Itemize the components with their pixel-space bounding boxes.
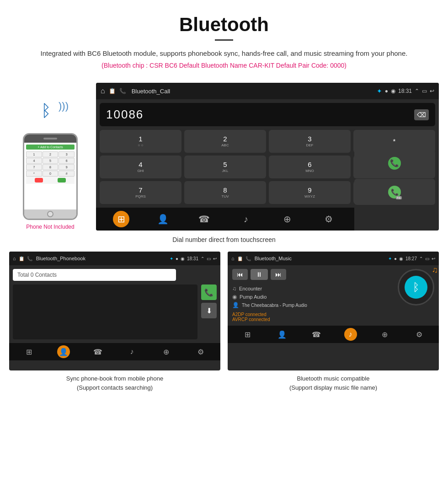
phone-key-8[interactable]: 8 <box>43 164 59 170</box>
phone-home-button[interactable] <box>24 209 76 219</box>
car-screen-bar: ⌂ 📋 📞 Bluetooth_Call ✦ ● ◉ 18:31 ⌃ ▭ ↩ <box>96 83 439 99</box>
mu-expand-icon[interactable]: ⌃ <box>419 256 423 261</box>
play-pause-button[interactable]: ⏸ <box>251 269 268 280</box>
dialpad-bottom-button[interactable]: ⊞ <box>113 211 129 227</box>
phone-key-6[interactable]: 6 <box>59 158 75 164</box>
backspace-button[interactable]: ⌫ <box>414 109 429 120</box>
mu-window-icon[interactable]: ▭ <box>425 256 429 261</box>
pb-link-button[interactable]: ⊕ <box>160 345 173 358</box>
pb-call-icon: 📞 <box>27 256 32 261</box>
phone-speaker <box>43 138 57 140</box>
phone-end-button[interactable] <box>35 178 43 182</box>
back-icon[interactable]: ↩ <box>430 88 434 94</box>
pb-notification-icon: 📋 <box>19 256 24 261</box>
mu-settings-button[interactable]: ⚙ <box>413 328 426 341</box>
dial-key-8[interactable]: 8TUV <box>184 181 266 204</box>
phone-call-button[interactable] <box>58 178 66 182</box>
mu-status-bar: ✦ ● ◉ 18:27 ⌃ ▭ ↩ <box>388 256 435 261</box>
phonebook-screen: ⌂ 📋 📞 Bluetooth_Phonebook ✦ ● ◉ 18:31 ⌃ … <box>9 252 220 370</box>
redial-button[interactable]: 📞 RE <box>354 179 436 205</box>
redial-icon: 📞 RE <box>388 186 401 199</box>
track-item-3: 👤 The Cheebacabra - Pump Audio <box>232 301 394 309</box>
pb-window-icon[interactable]: ▭ <box>207 256 211 261</box>
main-car-screen: ⌂ 📋 📞 Bluetooth_Call ✦ ● ◉ 18:31 ⌃ ▭ ↩ 1… <box>96 83 439 231</box>
mu-handsfree-button[interactable]: ☎ <box>310 328 323 341</box>
track-item-2: ◉ Pump Audio <box>232 293 394 301</box>
disc-inner: ᛒ <box>405 276 427 299</box>
mu-link-button[interactable]: ⊕ <box>379 328 391 341</box>
subtitle-text: Integrated with BC6 Bluetooth module, su… <box>27 48 421 59</box>
pb-contacts-button[interactable]: 👤 <box>57 345 70 358</box>
dial-key-7[interactable]: 7PQRS <box>100 181 181 204</box>
phone-home-circle <box>47 211 53 217</box>
phone-bottom-buttons <box>26 177 75 184</box>
mu-music-button[interactable]: ♪ <box>344 328 357 341</box>
contacts-list-area <box>13 284 197 339</box>
pb-status-bar: ✦ ● ◉ 18:31 ⌃ ▭ ↩ <box>170 256 217 261</box>
music-screen-wrap: ⌂ 📋 📞 Bluetooth_Music ✦ ● ◉ 18:27 ⌃ ▭ ↩ <box>228 252 439 392</box>
pb-bottom-bar: ⊞ 👤 ☎ ♪ ⊕ ⚙ <box>9 343 220 360</box>
mu-home-icon[interactable]: ⌂ <box>231 256 235 261</box>
phone-key-7[interactable]: 7 <box>26 164 42 170</box>
phonebook-download-button[interactable]: ⬇ <box>201 303 217 318</box>
phone-key-2[interactable]: 2 <box>43 151 59 157</box>
pb-settings-button[interactable]: ⚙ <box>194 345 207 358</box>
home-icon[interactable]: ⌂ <box>101 87 105 95</box>
phone-screen: + Add to Contacts 1 2 3 4 5 6 7 8 9 * 0 … <box>24 143 76 209</box>
volume-icon: ◉ <box>391 88 395 94</box>
mu-back-icon[interactable]: ↩ <box>432 256 435 261</box>
phonebook-call-button[interactable]: 📞 <box>201 284 217 300</box>
phonebook-action-buttons: 📞 ⬇ <box>201 284 217 339</box>
phone-key-4[interactable]: 4 <box>26 158 42 164</box>
dial-key-9[interactable]: 9WXYZ <box>269 181 351 204</box>
pb-handsfree-button[interactable]: ☎ <box>91 345 104 358</box>
music-notes-decoration: ♫ <box>432 265 438 275</box>
settings-bottom-button[interactable]: ⚙ <box>320 211 337 227</box>
phone-key-9[interactable]: 9 <box>59 164 75 170</box>
dial-key-1[interactable]: 1○ ○ <box>100 130 181 153</box>
mu-dialpad-button[interactable]: ⊞ <box>241 328 254 341</box>
phone-key-3[interactable]: 3 <box>59 151 75 157</box>
phone-key-hash[interactable]: # <box>59 171 75 177</box>
call-button[interactable]: 📞 <box>354 150 436 176</box>
pb-back-icon[interactable]: ↩ <box>213 256 217 261</box>
link-bottom-button[interactable]: ⊕ <box>279 211 295 227</box>
bottom-section: ⌂ 📋 📞 Bluetooth_Phonebook ✦ ● ◉ 18:31 ⌃ … <box>0 252 448 392</box>
window-icon[interactable]: ▭ <box>422 88 427 94</box>
pb-dialpad-button[interactable]: ⊞ <box>23 345 36 358</box>
avrcp-status: AVRCP connected <box>232 317 394 322</box>
phone-mockup: + Add to Contacts 1 2 3 4 5 6 7 8 9 * 0 … <box>23 133 78 220</box>
expand-icon[interactable]: ⌃ <box>415 88 419 94</box>
dial-key-5[interactable]: 5JKL <box>184 156 266 178</box>
dial-key-4[interactable]: 4GHI <box>100 156 181 178</box>
mu-contacts-button[interactable]: 👤 <box>276 328 288 341</box>
dial-key-6[interactable]: 6MNO <box>269 156 351 178</box>
phone-dialpad: 1 2 3 4 5 6 7 8 9 * 0 # <box>26 151 75 177</box>
mu-bt-icon: ✦ <box>388 256 392 261</box>
dial-key-3[interactable]: 3DEF <box>269 130 351 153</box>
phone-add-contacts-btn[interactable]: + Add to Contacts <box>26 145 75 150</box>
phone-key-star[interactable]: * <box>26 171 42 177</box>
pb-music-button[interactable]: ♪ <box>126 345 139 358</box>
music-caption: Bluetooth music compatible (Support disp… <box>228 374 439 392</box>
mu-call-icon: 📞 <box>245 256 251 261</box>
call-indicator-icon: 📞 <box>119 88 126 94</box>
call-icon: 📞 <box>388 157 401 170</box>
dial-key-2[interactable]: 2ABC <box>184 130 266 153</box>
phone-key-1[interactable]: 1 <box>26 151 42 157</box>
track-name-3: The Cheebacabra - Pump Audio <box>242 303 307 308</box>
pb-home-icon[interactable]: ⌂ <box>13 256 16 261</box>
phonebook-screen-wrap: ⌂ 📋 📞 Bluetooth_Phonebook ✦ ● ◉ 18:31 ⌃ … <box>9 252 220 392</box>
prev-track-button[interactable]: ⏮ <box>232 269 248 280</box>
contacts-search-input[interactable]: Total 0 Contacts <box>13 269 176 281</box>
music-bottom-button[interactable]: ♪ <box>238 211 254 227</box>
next-track-button[interactable]: ⏭ <box>271 269 286 280</box>
track-name-2: Pump Audio <box>240 294 267 300</box>
phone-key-0[interactable]: 0 <box>43 171 59 177</box>
phone-key-5[interactable]: 5 <box>43 158 59 164</box>
contacts-bottom-button[interactable]: 👤 <box>155 211 171 227</box>
dial-key-star[interactable]: * <box>353 130 435 153</box>
dial-number-display: 10086 <box>106 107 414 122</box>
handsfree-bottom-button[interactable]: ☎ <box>196 211 213 227</box>
pb-expand-icon[interactable]: ⌃ <box>201 256 204 261</box>
